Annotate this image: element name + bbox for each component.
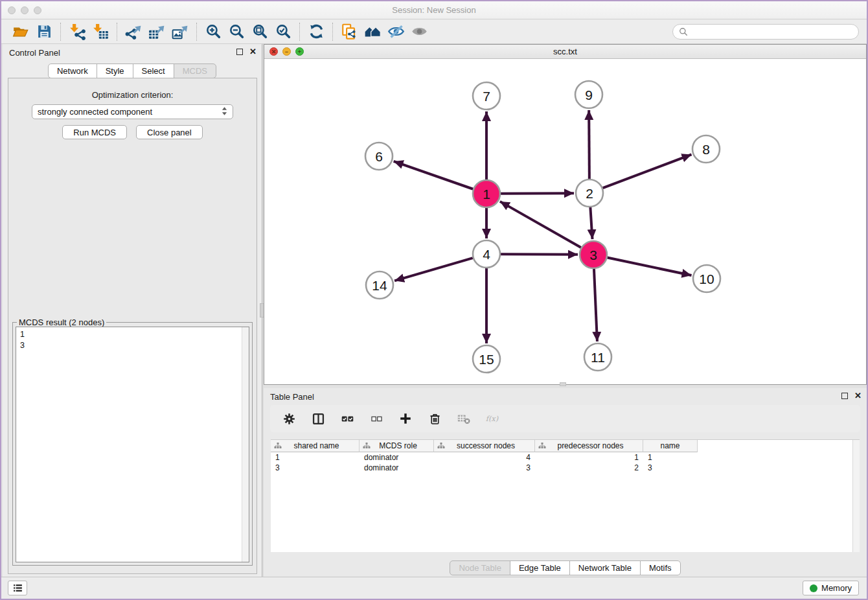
memory-status-icon	[810, 584, 817, 592]
cell-predecessor-nodes[interactable]: 1	[535, 452, 643, 463]
cell-predecessor-nodes[interactable]: 2	[535, 463, 643, 473]
home-icon[interactable]	[361, 21, 384, 42]
cell-successor-nodes[interactable]: 3	[434, 463, 535, 473]
tab-select[interactable]: Select	[133, 63, 174, 78]
zoom-fit-icon[interactable]	[248, 21, 271, 42]
delete-column-icon[interactable]	[427, 411, 442, 426]
list-icon	[12, 583, 23, 594]
node-label-8: 8	[702, 142, 710, 157]
hide-eye-icon[interactable]	[384, 21, 407, 42]
column-header-successor-nodes[interactable]: successor nodes	[434, 440, 535, 452]
table-scrollbar[interactable]	[852, 440, 860, 552]
close-panel-icon[interactable]: ✕	[249, 48, 257, 56]
node-table: shared nameMCDS rolesuccessor nodesprede…	[271, 439, 860, 552]
save-session-icon[interactable]	[32, 21, 56, 42]
export-image-icon[interactable]	[168, 21, 192, 42]
tab-edge-table[interactable]: Edge Table	[510, 560, 570, 575]
column-header-predecessor-nodes[interactable]: predecessor nodes	[535, 440, 643, 452]
close-panel-button[interactable]: Close panel	[136, 125, 203, 139]
zoom-in-icon[interactable]	[201, 21, 225, 42]
tab-style[interactable]: Style	[97, 63, 133, 78]
edge-4-14[interactable]	[394, 258, 473, 281]
node-label-14: 14	[372, 278, 387, 293]
cell-name[interactable]: 3	[643, 463, 698, 473]
edge-1-6[interactable]	[394, 161, 474, 189]
column-label: shared name	[293, 441, 339, 450]
select-all-icon[interactable]	[339, 411, 355, 426]
mcds-result-box: MCDS result (2 nodes) 1 3	[12, 322, 253, 566]
column-header-shared-name[interactable]: shared name	[271, 440, 360, 452]
cell-successor-nodes[interactable]: 4	[434, 452, 535, 463]
table-float-panel-icon[interactable]	[841, 393, 848, 399]
maximize-window-icon[interactable]	[34, 6, 41, 14]
edge-4-3[interactable]	[501, 254, 578, 255]
edge-3-10[interactable]	[608, 258, 692, 275]
window-controls	[8, 6, 41, 14]
status-bar: Memory	[1, 577, 867, 599]
export-table-icon[interactable]	[145, 21, 168, 42]
memory-label: Memory	[821, 583, 852, 593]
zoom-selected-icon[interactable]	[271, 21, 295, 42]
mcds-result-text: 1 3	[16, 327, 241, 562]
search-input[interactable]	[692, 27, 852, 36]
close-window-icon[interactable]	[8, 6, 16, 14]
edge-2-8[interactable]	[603, 154, 692, 188]
tab-motifs[interactable]: Motifs	[640, 560, 681, 575]
open-file-icon[interactable]	[9, 21, 32, 42]
criterion-select[interactable]: strongly connected component	[32, 104, 233, 119]
table-row-0[interactable]: 1dominator411	[271, 452, 860, 463]
tab-mcds[interactable]: MCDS	[174, 63, 216, 78]
show-eye-icon[interactable]	[407, 21, 431, 42]
clone-network-icon[interactable]	[337, 21, 361, 42]
deselect-all-icon[interactable]	[369, 411, 384, 426]
network-window-titlebar[interactable]: ✕ − + scc.txt	[264, 45, 866, 59]
import-network-icon[interactable]	[65, 21, 89, 42]
network-maximize-icon[interactable]: +	[295, 47, 304, 56]
minimize-window-icon[interactable]	[21, 6, 29, 14]
column-settings-icon[interactable]	[281, 411, 297, 426]
table-tabs: Node TableEdge TableNetwork TableMotifs	[264, 560, 867, 575]
toolbar-separator	[117, 23, 117, 41]
import-table-icon[interactable]	[89, 21, 112, 42]
network-resize-grip[interactable]	[560, 382, 566, 386]
tab-node-table[interactable]: Node Table	[450, 560, 510, 575]
search-box[interactable]	[672, 24, 859, 40]
export-network-icon[interactable]	[122, 21, 145, 42]
mcds-result-area[interactable]: 1 3	[16, 327, 249, 562]
table-row-1[interactable]: 3dominator323	[271, 463, 860, 473]
table-panel-title: Table Panel	[270, 392, 314, 402]
cell-mcds-role[interactable]: dominator	[360, 452, 434, 463]
tab-network[interactable]: Network	[48, 63, 97, 78]
network-minimize-icon[interactable]: −	[282, 47, 291, 56]
network-canvas[interactable]: 1234678910111415	[264, 59, 866, 384]
refresh-layout-icon[interactable]	[304, 21, 328, 42]
column-header-name[interactable]: name	[643, 440, 698, 452]
cell-mcds-role[interactable]: dominator	[360, 463, 434, 473]
column-label: successor nodes	[457, 441, 515, 450]
edge-1-2[interactable]	[501, 193, 574, 194]
network-close-icon[interactable]: ✕	[269, 47, 278, 56]
column-label: name	[660, 441, 680, 450]
float-panel-icon[interactable]	[236, 49, 243, 55]
node-label-15: 15	[479, 352, 494, 367]
edge-2-3[interactable]	[590, 207, 592, 239]
zoom-out-icon[interactable]	[225, 21, 248, 42]
edge-3-1[interactable]	[500, 202, 581, 248]
delete-table-icon	[456, 411, 472, 426]
tab-network-table[interactable]: Network Table	[569, 560, 641, 575]
column-header-mcds-role[interactable]: MCDS role	[360, 440, 434, 452]
cell-shared-name[interactable]: 1	[271, 452, 360, 463]
run-mcds-button[interactable]: Run MCDS	[62, 125, 127, 139]
table-close-panel-icon[interactable]: ✕	[854, 392, 862, 400]
edge-2-9[interactable]	[589, 110, 589, 179]
edge-3-11[interactable]	[594, 269, 597, 341]
add-column-icon[interactable]	[398, 411, 413, 426]
cell-name[interactable]: 1	[643, 452, 698, 463]
memory-button[interactable]: Memory	[803, 581, 859, 595]
cell-shared-name[interactable]: 3	[271, 463, 360, 473]
result-scrollbar[interactable]	[242, 327, 249, 562]
svg-text:f(x): f(x)	[486, 415, 499, 423]
split-layout-icon[interactable]	[310, 411, 326, 426]
node-label-7: 7	[483, 89, 490, 104]
show-panels-button[interactable]	[8, 581, 27, 595]
